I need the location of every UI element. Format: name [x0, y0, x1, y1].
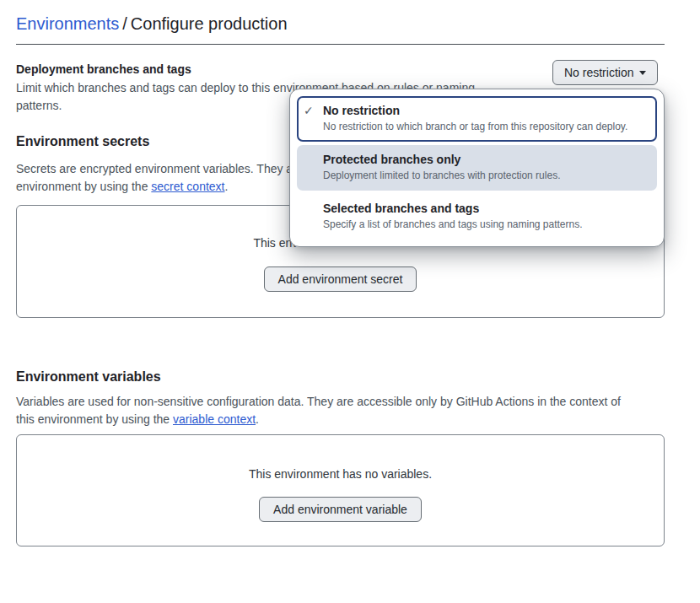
environment-settings-page: Environments/Configure production Deploy…	[0, 0, 700, 603]
menu-item-description: No restriction to which branch or tag fr…	[323, 119, 627, 135]
menu-item-no-restriction[interactable]: ✓ No restriction No restriction to which…	[297, 96, 657, 142]
check-icon: ✓	[304, 102, 323, 119]
deployment-branches-heading: Deployment branches and tags	[16, 62, 191, 77]
menu-item-description: Specify a list of branches and tags usin…	[323, 217, 583, 233]
dropdown-caret-icon	[639, 71, 646, 75]
environments-link[interactable]: Environments	[16, 14, 119, 33]
branch-policy-dropdown-button[interactable]: No restriction	[552, 60, 658, 85]
variables-description-line2: this environment by using the variable c…	[16, 411, 665, 428]
breadcrumb-separator: /	[122, 14, 127, 33]
variables-description-line1: Variables are used for non-sensitive con…	[16, 393, 665, 411]
branch-policy-menu: ✓ No restriction No restriction to which…	[289, 89, 665, 247]
environment-secrets-heading: Environment secrets	[16, 132, 149, 152]
environment-variables-heading: Environment variables	[16, 367, 161, 387]
menu-item-label: No restriction	[323, 102, 627, 119]
branch-policy-dropdown-label: No restriction	[564, 66, 633, 79]
breadcrumb: Environments/Configure production	[16, 13, 288, 35]
header-divider	[16, 44, 665, 45]
secret-context-link[interactable]: secret context	[151, 180, 224, 193]
menu-item-label: Protected branches only	[323, 151, 560, 168]
variable-context-link[interactable]: variable context	[173, 412, 256, 426]
variables-empty-box: This environment has no variables. Add e…	[16, 434, 665, 546]
menu-item-protected-branches[interactable]: Protected branches only Deployment limit…	[297, 145, 657, 191]
variables-empty-text: This environment has no variables.	[249, 466, 432, 482]
page-title: Configure production	[131, 14, 288, 33]
menu-item-description: Deployment limited to branches with prot…	[323, 168, 560, 184]
menu-item-selected-branches[interactable]: Selected branches and tags Specify a lis…	[297, 194, 657, 240]
environment-variables-description: Variables are used for non-sensitive con…	[16, 393, 665, 428]
menu-item-label: Selected branches and tags	[323, 200, 583, 217]
add-environment-variable-button[interactable]: Add environment variable	[259, 497, 422, 522]
add-environment-secret-button[interactable]: Add environment secret	[264, 267, 417, 292]
